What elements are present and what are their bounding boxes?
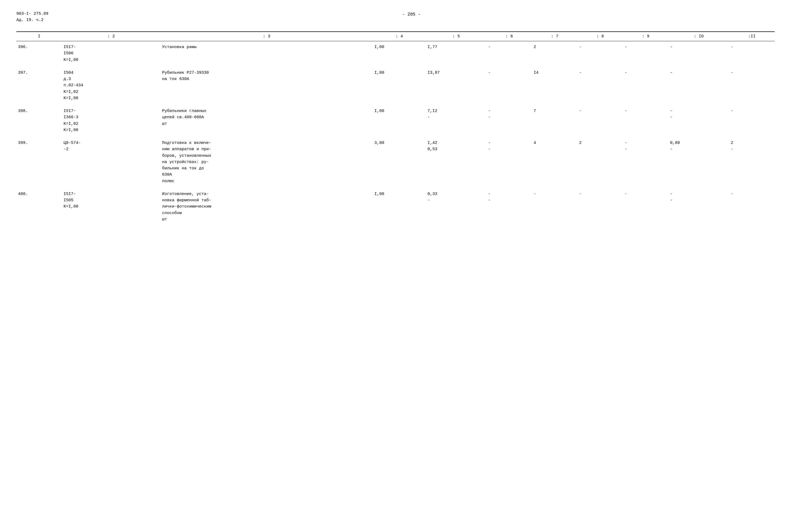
col-header-1: I <box>16 32 62 41</box>
table-cell: Ц8-574--2 <box>62 135 161 186</box>
table-cell: I4 <box>532 65 577 103</box>
col-header-8: : 8 <box>577 32 623 41</box>
table-cell: -- <box>486 135 532 186</box>
table-cell: I5I7-I505K=I,08 <box>62 186 161 224</box>
table-cell: I,420,53 <box>426 135 486 186</box>
table-cell: - <box>623 65 668 103</box>
table-cell: 397. <box>16 65 62 103</box>
table-cell: I3,87 <box>426 65 486 103</box>
table-cell: - <box>623 103 668 135</box>
col-header-11: :II <box>729 32 775 41</box>
table-row: 397.I504д.3п.02-434K=I,02K=I,08Рубильник… <box>16 65 775 103</box>
table-row: 398.I5I7-I366-3K=I,02K=I,08Рубильники гл… <box>16 103 775 135</box>
table-cell: I5I7-I366-3K=I,02K=I,08 <box>62 103 161 135</box>
page-number: - 205 - <box>49 11 775 17</box>
table-cell: Рубильники главныхцепей св.400-600Ашт <box>161 103 373 135</box>
table-cell: Подготовка к включе-нию аппаратов и при-… <box>161 135 373 186</box>
table-cell: - <box>729 186 775 224</box>
table-cell: 2 <box>532 41 577 65</box>
table-cell: I,00 <box>373 103 426 135</box>
table-cell: - <box>486 41 532 65</box>
table-cell: I,00 <box>373 65 426 103</box>
table-cell: 398. <box>16 103 62 135</box>
main-table-container: I : 2 : 3 : 4 : 5 : 6 : 7 : 8 : 9 : IO :… <box>16 32 775 224</box>
table-cell: I,00 <box>373 41 426 65</box>
table-cell: - <box>532 186 577 224</box>
table-cell: -- <box>668 186 729 224</box>
table-row: 399.Ц8-574--2Подготовка к включе-нию апп… <box>16 135 775 186</box>
table-cell: - <box>668 65 729 103</box>
table-cell: - <box>577 103 623 135</box>
table-cell: 0,80- <box>668 135 729 186</box>
col-header-5: : 5 <box>426 32 486 41</box>
table-cell: 2- <box>729 135 775 186</box>
table-cell: - <box>729 103 775 135</box>
col-header-4: : 4 <box>373 32 426 41</box>
header-left: 903-I- 275.89 Ад. I9. ч.2 <box>16 11 49 23</box>
table-cell: 7,I2- <box>426 103 486 135</box>
table-cell: 400. <box>16 186 62 224</box>
table-cell: 3,00 <box>373 135 426 186</box>
table-cell: Установка рамы <box>161 41 373 65</box>
table-cell: - <box>729 65 775 103</box>
table-cell: -- <box>486 103 532 135</box>
table-cell: I,00 <box>373 186 426 224</box>
table-cell: Изготовление, уста-новка фирменной таб-л… <box>161 186 373 224</box>
col-header-7: : 7 <box>532 32 577 41</box>
col-header-3: : 3 <box>161 32 373 41</box>
table-cell: -- <box>486 186 532 224</box>
header-line2: Ад. I9. ч.2 <box>16 17 49 23</box>
table-cell: -- <box>623 135 668 186</box>
data-table: I : 2 : 3 : 4 : 5 : 6 : 7 : 8 : 9 : IO :… <box>16 32 775 224</box>
table-cell: - <box>729 41 775 65</box>
table-cell: 4 <box>532 135 577 186</box>
table-cell: -- <box>668 103 729 135</box>
table-cell: I,77 <box>426 41 486 65</box>
table-row: 396.I5I7-I506K=I,08Установка рамыI,00I,7… <box>16 41 775 65</box>
table-row: 400.I5I7-I505K=I,08Изготовление, уста-но… <box>16 186 775 224</box>
page-header: 903-I- 275.89 Ад. I9. ч.2 - 205 - <box>16 11 775 23</box>
table-cell: 396. <box>16 41 62 65</box>
col-header-10: : IO <box>668 32 729 41</box>
table-cell: 399. <box>16 135 62 186</box>
table-cell: 2 <box>577 135 623 186</box>
table-cell: - <box>577 186 623 224</box>
table-cell: - <box>577 41 623 65</box>
table-cell: - <box>623 41 668 65</box>
table-cell: 0,33- <box>426 186 486 224</box>
table-cell: I5I7-I506K=I,08 <box>62 41 161 65</box>
table-cell: - <box>623 186 668 224</box>
table-cell: - <box>486 65 532 103</box>
col-header-2: : 2 <box>62 32 161 41</box>
col-header-6: : 6 <box>486 32 532 41</box>
table-cell: - <box>668 41 729 65</box>
table-header-row: I : 2 : 3 : 4 : 5 : 6 : 7 : 8 : 9 : IO :… <box>16 32 775 41</box>
table-cell: I504д.3п.02-434K=I,02K=I,08 <box>62 65 161 103</box>
table-cell: Рубильник Р27-39330на ток 630А <box>161 65 373 103</box>
table-cell: - <box>577 65 623 103</box>
table-cell: 7 <box>532 103 577 135</box>
header-line1: 903-I- 275.89 <box>16 11 49 17</box>
col-header-9: : 9 <box>623 32 668 41</box>
